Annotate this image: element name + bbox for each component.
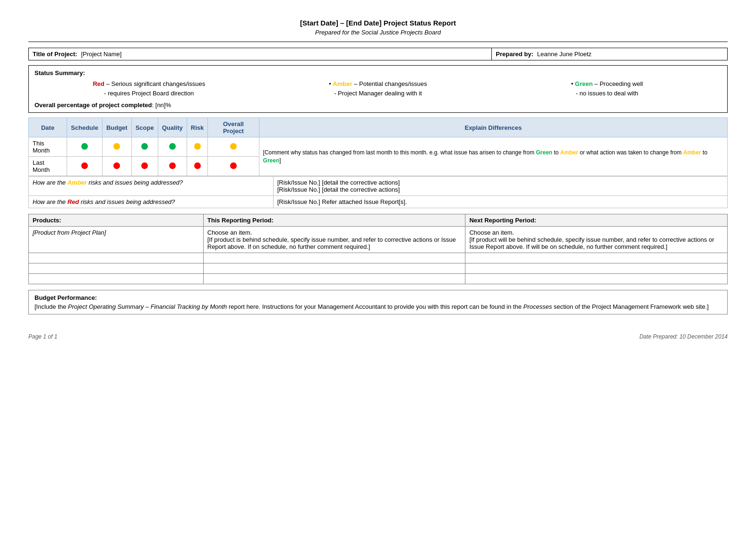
dot-amber-2 (194, 143, 201, 150)
col-scope: Scope (131, 118, 158, 137)
next-period-line1: Choose an item. (469, 229, 514, 236)
status-summary-title: Status Summary: (34, 69, 722, 76)
status-table: Date Schedule Budget Scope Quality Risk … (28, 118, 728, 176)
explain-green-ref2: Green (263, 157, 280, 164)
dot-red-6 (230, 162, 237, 169)
dot-red-2 (113, 162, 120, 169)
dot-amber-3 (230, 143, 237, 150)
date-label: Date Prepared: (639, 333, 678, 340)
col-schedule: Schedule (67, 118, 103, 137)
title-of-project-label: Title of Project: (33, 51, 77, 58)
dot-red-5 (194, 162, 201, 169)
products-col1-header: Products: (29, 214, 204, 227)
amber-bullet: • (329, 80, 331, 87)
col-budget: Budget (102, 118, 131, 137)
this-month-risk (187, 137, 207, 157)
last-month-schedule (67, 157, 103, 176)
product-empty-3c (465, 263, 728, 274)
product-empty-3b (203, 263, 465, 274)
prepared-by-value: Leanne June Ploetz (537, 51, 592, 58)
dot-green (81, 143, 88, 150)
amber-answer-line2: [Risk/Issue No.] [detail the corrective … (277, 186, 400, 193)
date-prepared: Date Prepared: 10 December 2014 (639, 333, 728, 340)
product-row-2 (29, 253, 728, 263)
product-name-1: [Product from Project Plan] (29, 227, 204, 253)
explain-text-span: [Comment why status has changed from las… (263, 149, 708, 164)
next-period-line2: [If product will be behind schedule, spe… (469, 236, 714, 250)
amber-question: How are the Amber risks and issues being… (29, 177, 274, 196)
amber-issue-row: How are the Amber risks and issues being… (29, 177, 728, 196)
page-subtitle: Prepared for the Social Justice Projects… (28, 29, 728, 36)
page-title: [Start Date] – [End Date] Project Status… (28, 19, 728, 27)
status-summary-box: Status Summary: Red – Serious significan… (28, 65, 728, 113)
legend-amber: • Amber – Potential changes/issues - Pro… (264, 79, 493, 98)
products-col2-header: This Reporting Period: (203, 214, 465, 227)
budget-title: Budget Performance: (34, 294, 722, 301)
next-period-1: Choose an item. [If product will be behi… (465, 227, 728, 253)
products-col3-header: Next Reporting Period: (465, 214, 728, 227)
col-quality: Quality (158, 118, 187, 137)
dot-green-2 (141, 143, 148, 150)
last-month-budget (102, 157, 131, 176)
last-month-scope (131, 157, 158, 176)
this-month-schedule (67, 137, 103, 157)
dot-red (81, 162, 88, 169)
this-month-label: This Month (29, 137, 67, 157)
red-answer-line1: [Risk/Issue No.] Refer attached Issue Re… (277, 198, 407, 205)
product-empty-2b (203, 253, 465, 263)
explain-differences-text: [Comment why status has changed from las… (259, 137, 727, 176)
green-bullet: • (571, 80, 574, 87)
explain-amber-ref2: Amber (683, 149, 701, 156)
last-month-quality (158, 157, 187, 176)
amber-desc2: - Project Manager dealing with it (334, 90, 422, 97)
product-empty-3a (29, 263, 204, 274)
overall-pct: Overall percentage of project completed:… (34, 102, 722, 109)
product-empty-2a (29, 253, 204, 263)
products-table: Products: This Reporting Period: Next Re… (28, 214, 728, 284)
green-label: Green (575, 80, 593, 87)
col-overall: Overall Project (208, 118, 259, 137)
this-month-scope (131, 137, 158, 157)
budget-section: Budget Performance: [Include the Project… (28, 290, 728, 314)
this-period-1: Choose an item. [If product is behind sc… (203, 227, 465, 253)
product-empty-4c (465, 274, 728, 284)
red-issue-row: How are the Red risks and issues being a… (29, 196, 728, 208)
col-explain: Explain Differences (259, 118, 727, 137)
product-empty-4a (29, 274, 204, 284)
red-desc1: – Serious significant changes/issues (106, 80, 206, 87)
amber-answer-line1: [Risk/Issue No.] [detail the corrective … (277, 179, 400, 186)
red-label: Red (93, 80, 104, 87)
green-desc2: - no issues to deal with (576, 90, 638, 97)
col-date: Date (29, 118, 67, 137)
this-period-line1: Choose an item. (207, 229, 252, 236)
prepared-by-label: Prepared by: (496, 51, 533, 58)
project-name-cell: Title of Project: [Project Name] (29, 48, 492, 60)
this-month-budget (102, 137, 131, 157)
amber-desc1: – Potential changes/issues (354, 80, 427, 87)
budget-text: [Include the Project Operating Summary –… (34, 303, 722, 310)
date-value: 10 December 2014 (679, 333, 728, 340)
red-question: How are the Red risks and issues being a… (29, 196, 274, 208)
dot-red-3 (141, 162, 148, 169)
red-answer: [Risk/Issue No.] Refer attached Issue Re… (273, 196, 727, 208)
prepared-by-cell: Prepared by: Leanne June Ploetz (492, 48, 727, 60)
dot-green-3 (169, 143, 176, 150)
table-row: This Month [Comment why status has chang… (29, 137, 728, 157)
this-period-line2: [If product is behind schedule, specify … (207, 236, 456, 250)
amber-answer: [Risk/Issue No.] [detail the corrective … (273, 177, 727, 196)
dot-amber (113, 143, 120, 150)
last-month-risk (187, 157, 207, 176)
budget-italic1: Project Operating Summary – Financial Tr… (68, 303, 227, 310)
products-section: Products: This Reporting Period: Next Re… (28, 214, 728, 284)
last-month-label: Last Month (29, 157, 67, 176)
this-month-overall (208, 137, 259, 157)
budget-italic2: Processes (524, 303, 552, 310)
product-row-4 (29, 274, 728, 284)
green-desc1: – Proceeding well (594, 80, 643, 87)
title-divider (28, 42, 728, 42)
this-month-quality (158, 137, 187, 157)
footer: Page 1 of 1 Date Prepared: 10 December 2… (28, 333, 728, 340)
page-label: Page 1 of 1 (28, 333, 57, 340)
issues-table: How are the Amber risks and issues being… (28, 176, 728, 208)
legend-green: • Green – Proceeding well - no issues to… (492, 79, 722, 98)
